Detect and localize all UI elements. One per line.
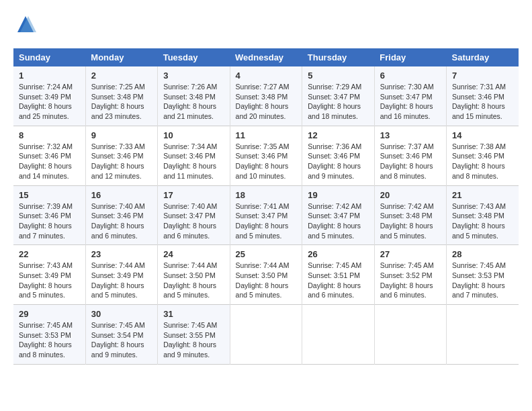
- calendar-cell: 14Sunrise: 7:38 AMSunset: 3:46 PMDayligh…: [447, 126, 519, 185]
- calendar-week-5: 29Sunrise: 7:45 AMSunset: 3:53 PMDayligh…: [13, 305, 519, 365]
- calendar-week-2: 8Sunrise: 7:32 AMSunset: 3:46 PMDaylight…: [13, 126, 519, 185]
- col-header-saturday: Saturday: [447, 48, 519, 66]
- calendar-week-3: 15Sunrise: 7:39 AMSunset: 3:46 PMDayligh…: [13, 185, 519, 245]
- day-number: 7: [452, 71, 513, 81]
- calendar-cell: 6Sunrise: 7:30 AMSunset: 3:47 PMDaylight…: [374, 66, 446, 126]
- calendar-cell: 27Sunrise: 7:45 AMSunset: 3:52 PMDayligh…: [374, 245, 446, 305]
- day-number: 18: [236, 190, 297, 200]
- calendar-cell: 21Sunrise: 7:43 AMSunset: 3:48 PMDayligh…: [447, 185, 519, 245]
- day-info: Sunrise: 7:45 AMSunset: 3:55 PMDaylight:…: [163, 321, 217, 359]
- day-number: 12: [308, 130, 369, 140]
- day-info: Sunrise: 7:32 AMSunset: 3:46 PMDaylight:…: [19, 142, 73, 180]
- day-number: 13: [380, 130, 441, 140]
- day-info: Sunrise: 7:35 AMSunset: 3:46 PMDaylight:…: [236, 142, 290, 180]
- calendar-cell: 26Sunrise: 7:45 AMSunset: 3:51 PMDayligh…: [302, 245, 375, 305]
- day-info: Sunrise: 7:27 AMSunset: 3:48 PMDaylight:…: [236, 83, 290, 120]
- day-number: 6: [380, 71, 441, 81]
- calendar-cell: 1Sunrise: 7:24 AMSunset: 3:49 PMDaylight…: [13, 66, 85, 126]
- col-header-sunday: Sunday: [13, 48, 85, 66]
- day-number: 3: [163, 71, 224, 81]
- day-info: Sunrise: 7:44 AMSunset: 3:50 PMDaylight:…: [163, 261, 217, 299]
- calendar-week-1: 1Sunrise: 7:24 AMSunset: 3:49 PMDaylight…: [13, 66, 519, 126]
- day-info: Sunrise: 7:40 AMSunset: 3:47 PMDaylight:…: [163, 202, 217, 240]
- day-number: 21: [452, 190, 513, 200]
- day-number: 17: [163, 190, 224, 200]
- day-number: 16: [91, 190, 152, 200]
- day-number: 19: [308, 190, 369, 200]
- day-info: Sunrise: 7:31 AMSunset: 3:46 PMDaylight:…: [452, 83, 506, 120]
- day-info: Sunrise: 7:25 AMSunset: 3:48 PMDaylight:…: [91, 83, 145, 120]
- day-info: Sunrise: 7:37 AMSunset: 3:46 PMDaylight:…: [380, 142, 434, 180]
- col-header-thursday: Thursday: [302, 48, 375, 66]
- col-header-friday: Friday: [374, 48, 446, 66]
- calendar-cell: 20Sunrise: 7:42 AMSunset: 3:48 PMDayligh…: [374, 185, 446, 245]
- day-number: 28: [452, 249, 513, 259]
- day-info: Sunrise: 7:24 AMSunset: 3:49 PMDaylight:…: [19, 83, 73, 120]
- day-number: 4: [236, 71, 297, 81]
- calendar-cell: 8Sunrise: 7:32 AMSunset: 3:46 PMDaylight…: [13, 126, 85, 185]
- day-number: 20: [380, 190, 441, 200]
- day-info: Sunrise: 7:38 AMSunset: 3:46 PMDaylight:…: [452, 142, 506, 180]
- calendar-cell: 22Sunrise: 7:43 AMSunset: 3:49 PMDayligh…: [13, 245, 85, 305]
- calendar-cell: 31Sunrise: 7:45 AMSunset: 3:55 PMDayligh…: [158, 305, 230, 365]
- day-number: 14: [452, 130, 513, 140]
- calendar-cell: 5Sunrise: 7:29 AMSunset: 3:47 PMDaylight…: [302, 66, 375, 126]
- day-info: Sunrise: 7:44 AMSunset: 3:50 PMDaylight:…: [236, 261, 290, 299]
- calendar-cell: 9Sunrise: 7:33 AMSunset: 3:46 PMDaylight…: [85, 126, 157, 185]
- day-number: 27: [380, 249, 441, 259]
- calendar-table: SundayMondayTuesdayWednesdayThursdayFrid…: [13, 48, 519, 365]
- day-number: 1: [19, 71, 80, 81]
- day-info: Sunrise: 7:36 AMSunset: 3:46 PMDaylight:…: [308, 142, 361, 180]
- day-info: Sunrise: 7:43 AMSunset: 3:49 PMDaylight:…: [19, 261, 73, 299]
- calendar-cell: 25Sunrise: 7:44 AMSunset: 3:50 PMDayligh…: [230, 245, 302, 305]
- calendar-cell: 2Sunrise: 7:25 AMSunset: 3:48 PMDaylight…: [85, 66, 157, 126]
- calendar-cell: [230, 305, 302, 365]
- day-info: Sunrise: 7:43 AMSunset: 3:48 PMDaylight:…: [452, 202, 506, 240]
- day-info: Sunrise: 7:26 AMSunset: 3:48 PMDaylight:…: [163, 83, 217, 120]
- day-number: 24: [163, 249, 224, 259]
- calendar-cell: 30Sunrise: 7:45 AMSunset: 3:54 PMDayligh…: [85, 305, 157, 365]
- day-number: 10: [163, 130, 224, 140]
- calendar-week-4: 22Sunrise: 7:43 AMSunset: 3:49 PMDayligh…: [13, 245, 519, 305]
- day-number: 23: [91, 249, 152, 259]
- calendar-cell: [374, 305, 446, 365]
- day-info: Sunrise: 7:44 AMSunset: 3:49 PMDaylight:…: [91, 261, 145, 299]
- calendar-cell: 19Sunrise: 7:42 AMSunset: 3:47 PMDayligh…: [302, 185, 375, 245]
- calendar-cell: 17Sunrise: 7:40 AMSunset: 3:47 PMDayligh…: [158, 185, 230, 245]
- calendar-cell: 12Sunrise: 7:36 AMSunset: 3:46 PMDayligh…: [302, 126, 375, 185]
- day-number: 8: [19, 130, 80, 140]
- day-info: Sunrise: 7:39 AMSunset: 3:46 PMDaylight:…: [19, 202, 73, 240]
- calendar-cell: 15Sunrise: 7:39 AMSunset: 3:46 PMDayligh…: [13, 185, 85, 245]
- page-header: [13, 13, 519, 38]
- day-number: 11: [236, 130, 297, 140]
- day-info: Sunrise: 7:40 AMSunset: 3:46 PMDaylight:…: [91, 202, 145, 240]
- calendar-cell: 23Sunrise: 7:44 AMSunset: 3:49 PMDayligh…: [85, 245, 157, 305]
- day-info: Sunrise: 7:45 AMSunset: 3:51 PMDaylight:…: [308, 261, 361, 299]
- calendar-cell: 13Sunrise: 7:37 AMSunset: 3:46 PMDayligh…: [374, 126, 446, 185]
- day-number: 29: [19, 309, 80, 319]
- calendar-cell: 29Sunrise: 7:45 AMSunset: 3:53 PMDayligh…: [13, 305, 85, 365]
- calendar-cell: [302, 305, 375, 365]
- calendar-cell: [447, 305, 519, 365]
- day-info: Sunrise: 7:45 AMSunset: 3:54 PMDaylight:…: [91, 321, 145, 359]
- day-number: 5: [308, 71, 369, 81]
- calendar-cell: 28Sunrise: 7:45 AMSunset: 3:53 PMDayligh…: [447, 245, 519, 305]
- calendar-cell: 7Sunrise: 7:31 AMSunset: 3:46 PMDaylight…: [447, 66, 519, 126]
- day-number: 15: [19, 190, 80, 200]
- calendar-cell: 11Sunrise: 7:35 AMSunset: 3:46 PMDayligh…: [230, 126, 302, 185]
- day-info: Sunrise: 7:30 AMSunset: 3:47 PMDaylight:…: [380, 83, 434, 120]
- calendar-cell: 16Sunrise: 7:40 AMSunset: 3:46 PMDayligh…: [85, 185, 157, 245]
- col-header-monday: Monday: [85, 48, 157, 66]
- day-info: Sunrise: 7:29 AMSunset: 3:47 PMDaylight:…: [308, 83, 361, 120]
- day-info: Sunrise: 7:34 AMSunset: 3:46 PMDaylight:…: [163, 142, 217, 180]
- day-info: Sunrise: 7:45 AMSunset: 3:52 PMDaylight:…: [380, 261, 434, 299]
- day-number: 25: [236, 249, 297, 259]
- day-info: Sunrise: 7:45 AMSunset: 3:53 PMDaylight:…: [19, 321, 73, 359]
- day-number: 30: [91, 309, 152, 319]
- calendar-cell: 4Sunrise: 7:27 AMSunset: 3:48 PMDaylight…: [230, 66, 302, 126]
- day-number: 2: [91, 71, 152, 81]
- calendar-cell: 3Sunrise: 7:26 AMSunset: 3:48 PMDaylight…: [158, 66, 230, 126]
- day-number: 9: [91, 130, 152, 140]
- day-number: 31: [163, 309, 224, 319]
- day-info: Sunrise: 7:33 AMSunset: 3:46 PMDaylight:…: [91, 142, 145, 180]
